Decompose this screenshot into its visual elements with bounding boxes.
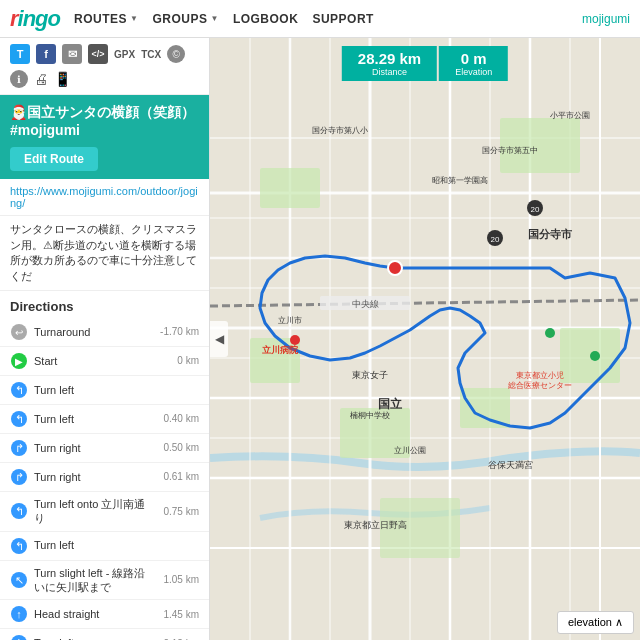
svg-text:東京都立小児: 東京都立小児 [516,371,564,380]
svg-text:国分寺市第五中: 国分寺市第五中 [482,146,538,155]
elevation-value: 0 m [455,50,492,67]
route-description: サンタクロースの横顔、クリスマスラン用。⚠断歩道のない道を横断する場所が数カ所あ… [0,216,209,291]
social-row: T f ✉ </> GPX TCX © ℹ 🖨 📱 [0,38,209,95]
nav-logbook[interactable]: LOGBOOK [233,12,299,26]
svg-text:↱: ↱ [15,442,24,454]
direction-item: ↰ Turn left onto 立川南通り 0.75 km [0,492,209,532]
svg-rect-52 [340,408,410,458]
turn-right-icon: ↱ [10,439,28,457]
sidebar: T f ✉ </> GPX TCX © ℹ 🖨 📱 🎅国立サンタの横顔（笑顔）#… [0,38,210,640]
svg-point-79 [527,200,543,216]
header: ringo ROUTES ▼ GROUPS ▼ LOGBOOK SUPPORT … [0,0,640,38]
elevation-button-label: elevation ∧ [568,616,623,629]
mail-icon[interactable]: ✉ [62,44,82,64]
svg-text:小平市公園: 小平市公園 [550,111,590,120]
svg-text:20: 20 [491,235,500,244]
direction-distance: 0 km [159,355,199,366]
map-area[interactable]: 中央線 国分寺市 国立 立川病院 立川市 東京女子 東京都立小児 総合医療センタ… [210,38,640,640]
direction-text: Turn left [34,383,153,397]
nav-routes[interactable]: ROUTES ▼ [74,12,138,26]
svg-text:楠桐中学校: 楠桐中学校 [350,411,390,420]
route-url[interactable]: https://www.mojigumi.com/outdoor/joging/ [0,179,209,216]
print-icon[interactable]: 🖨 [34,71,48,87]
svg-text:↰: ↰ [15,384,24,396]
svg-point-59 [290,335,300,345]
svg-line-57 [210,300,640,306]
direction-text: Turn left [34,538,153,552]
svg-text:総合医療センター: 総合医療センター [507,381,572,390]
start-icon: ▶ [10,352,28,370]
direction-text: Turn left [34,412,153,426]
svg-text:↱: ↱ [15,471,24,483]
direction-text: Turn left onto 立川南通り [34,497,153,526]
svg-text:中央線: 中央線 [352,299,379,309]
svg-rect-28 [210,38,640,640]
svg-text:↖: ↖ [15,574,24,586]
map-collapse-arrow[interactable]: ◀ [210,321,228,357]
svg-text:立川市: 立川市 [278,316,302,325]
svg-text:立川病院: 立川病院 [262,344,299,355]
route-title-section: 🎅国立サンタの横顔（笑顔）#mojigumi Edit Route [0,95,209,179]
direction-item: ↱ Turn right 0.50 km [0,434,209,463]
svg-rect-53 [460,388,510,428]
logo-text2: ingo [18,6,60,31]
map-svg: 中央線 国分寺市 国立 立川病院 立川市 東京女子 東京都立小児 総合医療センタ… [210,38,640,640]
copyright-icon[interactable]: © [167,45,185,63]
svg-text:谷保天満宮: 谷保天満宮 [488,460,533,470]
turn-left-icon: ↰ [10,410,28,428]
chevron-down-icon: ▼ [130,14,138,23]
svg-text:東京女子: 東京女子 [352,370,388,380]
svg-text:国分寺市: 国分寺市 [528,228,573,240]
nav-groups[interactable]: GROUPS ▼ [152,12,218,26]
direction-item: ↑ Head straight 1.45 km [0,600,209,629]
svg-text:↩: ↩ [15,327,23,338]
direction-item: ↩ Turnaround -1.70 km [0,318,209,347]
user-link[interactable]: mojigumi [582,12,630,26]
direction-text: Turn left [34,636,153,640]
svg-text:国立: 国立 [378,397,403,411]
head-straight-icon: ↑ [10,605,28,623]
gpx-link[interactable]: GPX [114,49,135,60]
direction-item: ↱ Turn right 0.61 km [0,463,209,492]
svg-rect-51 [500,118,580,173]
direction-distance: 0.40 km [159,413,199,424]
facebook-icon[interactable]: f [36,44,56,64]
direction-item: ↰ Turn left [0,376,209,405]
svg-text:↰: ↰ [15,413,24,425]
twitter-icon[interactable]: T [10,44,30,64]
distance-value: 28.29 km [358,50,421,67]
svg-text:立川公園: 立川公園 [394,446,426,455]
turn-left-icon: ↰ [10,537,28,555]
map-background: 中央線 国分寺市 国立 立川病院 立川市 東京女子 東京都立小児 総合医療センタ… [210,38,640,640]
info-icon[interactable]: ℹ [10,70,28,88]
logo[interactable]: ringo [10,6,60,32]
direction-text: Turn slight left - 線路沿いに矢川駅まで [34,566,153,595]
directions-header: Directions [0,291,209,318]
direction-text: Turn right [34,441,153,455]
direction-item: ↖ Turn slight left - 線路沿いに矢川駅まで 1.05 km [0,561,209,601]
direction-distance: -1.70 km [159,326,199,337]
svg-text:昭和第一学園高: 昭和第一学園高 [432,176,488,185]
direction-distance: 0.75 km [159,506,199,517]
svg-rect-54 [250,338,300,383]
svg-text:↰: ↰ [15,505,24,517]
direction-text: Turnaround [34,325,153,339]
nav-support[interactable]: SUPPORT [312,12,374,26]
svg-text:20: 20 [531,205,540,214]
embed-icon[interactable]: </> [88,44,108,64]
mobile-icon[interactable]: 📱 [54,71,71,87]
edit-route-button[interactable]: Edit Route [10,147,98,171]
turn-left-icon: ↰ [10,634,28,640]
svg-text:国分寺市第八小: 国分寺市第八小 [312,126,368,135]
svg-text:▶: ▶ [15,356,23,367]
svg-rect-55 [560,328,620,383]
elevation-button[interactable]: elevation ∧ [557,611,634,634]
svg-point-61 [590,351,600,361]
svg-rect-62 [320,296,410,310]
direction-distance: 0.50 km [159,442,199,453]
svg-rect-50 [260,168,320,208]
turn-slight-left-icon: ↖ [10,571,28,589]
tcx-link[interactable]: TCX [141,49,161,60]
logo-text: r [10,6,18,31]
turn-right-icon: ↱ [10,468,28,486]
